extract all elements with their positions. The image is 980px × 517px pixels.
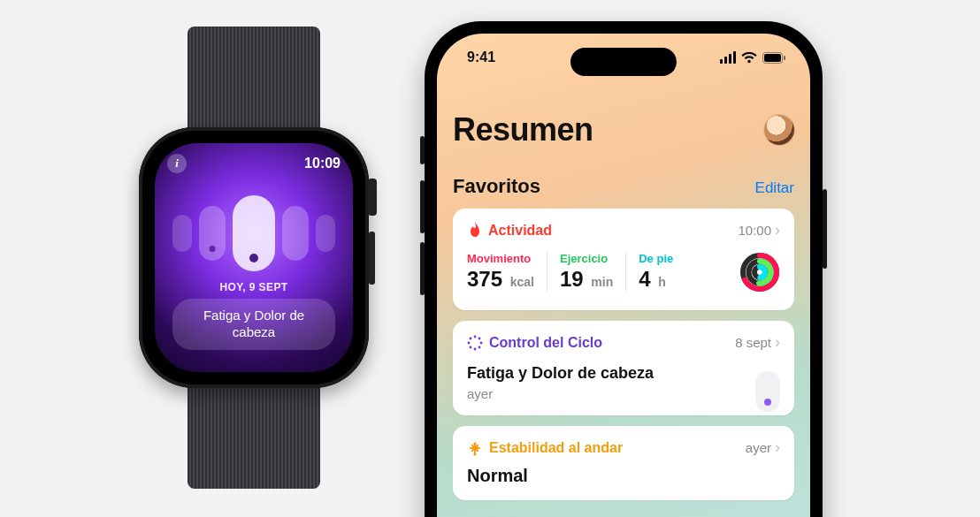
watch-time: 10:09 (304, 156, 341, 171)
power-button[interactable] (823, 189, 827, 269)
svg-rect-2 (784, 56, 785, 60)
chevron-right-icon: › (775, 221, 780, 239)
walking-icon (467, 440, 483, 456)
iphone: 9:41 Resumen Favoritos (425, 21, 823, 517)
wifi-icon (741, 52, 757, 64)
watch-screen: i 10:09 HOY, 9 SEPT Fatiga y Dolor de ca… (155, 143, 353, 372)
cycle-when: ayer (467, 386, 780, 401)
symptom-pill[interactable]: Fatiga y Dolor de cabeza (172, 299, 335, 350)
battery-icon (762, 52, 785, 64)
phone-body: 9:41 Resumen Favoritos (425, 21, 823, 517)
page-title: Resumen (453, 111, 593, 148)
phone-time: 9:41 (467, 49, 495, 65)
cycle-visualization (155, 193, 353, 274)
svg-point-14 (470, 346, 472, 348)
mute-switch[interactable] (420, 136, 425, 164)
avatar[interactable] (764, 115, 794, 145)
activity-card[interactable]: Actividad 10:00 › Movimiento 375 kcal (453, 209, 794, 310)
watch-date-label: HOY, 9 SEPT (155, 281, 353, 293)
svg-point-13 (474, 347, 477, 350)
activity-rings-icon (739, 252, 780, 296)
svg-point-15 (468, 341, 471, 344)
chevron-right-icon: › (775, 438, 780, 457)
cellular-icon (720, 51, 736, 64)
svg-rect-1 (764, 54, 781, 62)
stability-card[interactable]: Estabilidad al andar ayer › Normal (453, 426, 794, 500)
phone-status-bar: 9:41 (467, 49, 785, 65)
svg-point-12 (479, 346, 481, 348)
metric-move: Movimiento 375 kcal (467, 252, 547, 292)
svg-point-10 (479, 337, 481, 339)
chevron-right-icon: › (775, 333, 780, 352)
info-icon[interactable]: i (167, 154, 187, 173)
cycle-date: 8 sept (735, 335, 771, 350)
volume-down-button[interactable] (420, 242, 425, 295)
favorites-heading: Favoritos (453, 175, 540, 198)
svg-point-11 (480, 341, 483, 344)
stability-title: Estabilidad al andar (489, 440, 623, 456)
apple-watch: i 10:09 HOY, 9 SEPT Fatiga y Dolor de ca… (130, 27, 378, 489)
cycle-indicator (755, 371, 780, 412)
edit-button[interactable]: Editar (755, 179, 794, 197)
digital-crown[interactable] (368, 179, 377, 216)
watch-side-button[interactable] (369, 232, 375, 285)
metric-stand: De pie 4 h (625, 252, 685, 292)
watch-band-top (188, 27, 320, 133)
phone-screen: 9:41 Resumen Favoritos (437, 34, 810, 517)
cycle-card[interactable]: Control del Ciclo 8 sept › Fatiga y Dolo… (453, 321, 794, 415)
svg-point-16 (470, 337, 472, 339)
cycle-subtitle: Fatiga y Dolor de cabeza (467, 364, 780, 383)
svg-point-9 (474, 335, 477, 338)
flame-icon (467, 222, 482, 239)
activity-time: 10:00 (738, 223, 771, 238)
activity-title: Actividad (488, 223, 552, 239)
cycle-title: Control del Ciclo (489, 335, 602, 351)
watch-status-bar: i 10:09 (167, 154, 341, 173)
stability-value: Normal (467, 466, 780, 486)
volume-up-button[interactable] (420, 180, 425, 233)
watch-body: i 10:09 HOY, 9 SEPT Fatiga y Dolor de ca… (139, 127, 369, 388)
metric-exercise: Ejercicio 19 min (547, 252, 625, 292)
watch-band-bottom (188, 383, 320, 489)
stability-date: ayer (746, 440, 771, 455)
cycle-icon (467, 335, 483, 351)
